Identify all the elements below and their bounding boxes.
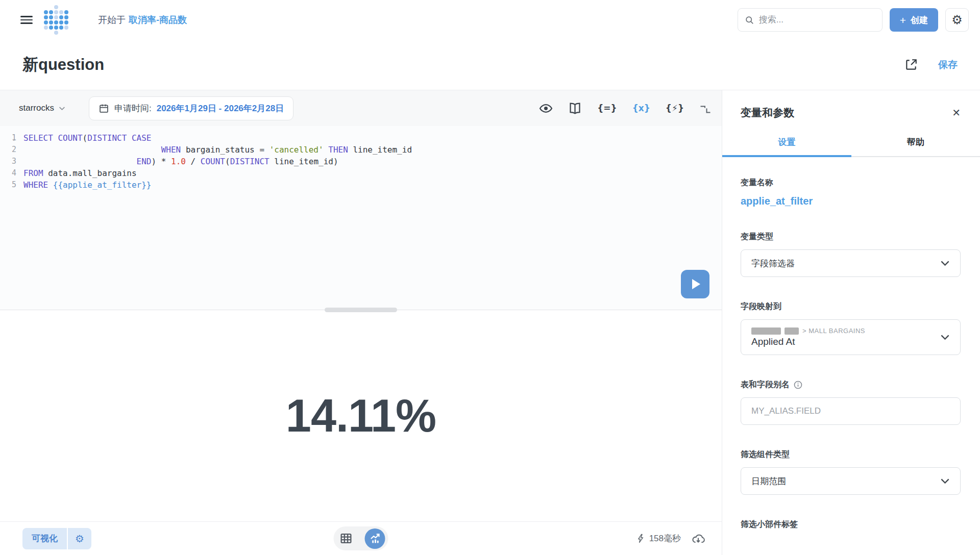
field-mapping-content: > MALL BARGAINS Applied At [751,327,865,347]
widget-type-value: 日期范围 [751,475,786,487]
editor-gutter: 1⌄2345 [0,132,17,310]
title-actions: 保存 [904,58,958,71]
line-number: 1⌄ [0,132,16,144]
cloud-download-icon [691,532,705,545]
alias-input[interactable] [741,397,961,425]
database-name: starrocks [19,103,54,113]
tab-help[interactable]: 帮助 [851,136,980,156]
widget-label-label: 筛选小部件标签 [741,519,961,530]
header-right: + 创建 ⚙ [738,8,969,32]
preview-query-icon[interactable] [539,102,553,115]
variable-type-section: 变量类型 字段筛选器 [741,232,961,277]
search-icon [745,15,754,25]
format-query-icon[interactable] [699,102,712,114]
visualization-settings-button[interactable]: ⚙ [68,528,91,549]
database-selector[interactable]: starrocks [19,103,65,113]
parameters-icon[interactable]: {⚡} [666,103,684,113]
data-reference-icon[interactable] [568,102,582,115]
alias-section: 表和字段别名 [741,380,961,425]
snippets-icon[interactable]: {=} [597,103,617,113]
create-button[interactable]: + 创建 [890,8,938,32]
download-button[interactable] [691,532,705,545]
save-button[interactable]: 保存 [938,58,958,71]
run-meta: 158毫秒 [636,532,705,545]
widget-type-label: 筛选组件类型 [741,449,961,460]
lightning-icon [636,533,646,544]
hamburger-menu-icon[interactable] [20,16,33,24]
calendar-icon [99,103,109,114]
chevron-down-icon [940,478,950,484]
sidebar-tabs: 设置 帮助 [722,136,980,157]
run-query-button[interactable] [681,270,709,298]
tab-settings[interactable]: 设置 [722,136,851,156]
date-filter-value: 2026年1月29日 - 2026年2月28日 [157,103,284,114]
sql-code[interactable]: SELECT COUNT(DISTINCT CASE WHEN bargain_… [17,132,722,310]
sidebar-body: 变量名称 applie_at_filter 变量类型 字段筛选器 字段映射到 [722,157,980,530]
variable-type-select[interactable]: 字段筛选器 [741,249,961,277]
gear-icon: ⚙ [951,13,963,27]
line-number: 4 [0,167,16,179]
display-toggle [334,526,388,550]
chart-icon [369,533,381,544]
chevron-down-icon [59,106,65,111]
field-mapping-section: 字段映射到 > MALL BARGAINS Applied At [741,301,961,355]
variables-sidebar: 变量和参数 ✕ 设置 帮助 变量名称 applie_at_filter 变量类型… [722,90,980,555]
variable-type-value: 字段筛选器 [751,258,795,269]
title-row: 新question 保存 [0,40,980,90]
search-box[interactable] [738,8,883,32]
chevron-down-icon [940,260,950,266]
app: 开始于取消率-商品数 + 创建 ⚙ 新question 保存 [0,0,980,555]
fold-icon[interactable]: ⌄ [12,133,16,144]
code-line: SELECT COUNT(DISTINCT CASE [23,132,722,144]
field-mapping-select[interactable]: > MALL BARGAINS Applied At [741,319,961,355]
code-line: FROM data.mall_bargains [23,167,722,179]
sidebar-title: 变量和参数 [741,106,794,120]
share-icon[interactable] [904,58,918,71]
play-icon [692,279,700,289]
content: starrocks 申请时间: 2026年1月29日 - 2026年2月28日 … [0,90,980,555]
line-number: 3 [0,156,16,167]
top-header: 开始于取消率-商品数 + 创建 ⚙ [0,0,980,40]
resize-handle[interactable] [325,308,397,312]
close-icon[interactable]: ✕ [952,108,961,118]
search-input[interactable] [759,15,875,25]
page-title[interactable]: 新question [22,54,104,75]
results-panel: 14.11% [0,310,722,521]
breadcrumb: 开始于取消率-商品数 [98,14,187,26]
query-toolbar: starrocks 申请时间: 2026年1月29日 - 2026年2月28日 … [0,90,722,126]
visualize-group: 可视化 ⚙ [22,528,91,549]
line-number: 5 [0,179,16,191]
info-icon[interactable] [794,381,802,389]
plus-icon: + [900,15,906,26]
metabase-logo[interactable] [44,5,68,35]
field-mapping-label: 字段映射到 [741,301,961,312]
visualize-button[interactable]: 可视化 [22,528,67,549]
gear-icon: ⚙ [75,533,84,545]
date-filter-label: 申请时间: [114,103,152,114]
sidebar-header: 变量和参数 ✕ [722,90,980,120]
code-line: WHERE {{applie_at_filter}} [23,179,722,191]
code-line: END) * 1.0 / COUNT(DISTINCT line_item_id… [23,156,722,167]
alias-label: 表和字段别名 [741,380,961,390]
field-mapping-path-row: > MALL BARGAINS [751,327,865,335]
bottom-bar: 可视化 ⚙ 158毫秒 [0,521,722,555]
create-button-label: 创建 [911,14,928,26]
breadcrumb-link[interactable]: 取消率-商品数 [129,15,187,25]
scalar-value: 14.11% [286,390,436,442]
variables-icon[interactable]: {x} [632,103,650,113]
variable-name-section: 变量名称 applie_at_filter [741,178,961,207]
chevron-down-icon [940,334,950,340]
widget-type-section: 筛选组件类型 日期范围 [741,449,961,495]
settings-gear-button[interactable]: ⚙ [945,8,969,32]
date-filter[interactable]: 申请时间: 2026年1月29日 - 2026年2月28日 [89,96,293,120]
variable-name-value[interactable]: applie_at_filter [741,195,961,207]
breadcrumb-prefix: 开始于 [98,15,126,25]
duration-text: 158毫秒 [649,533,681,544]
table-view-button[interactable] [337,528,355,549]
redacted-block [785,327,799,335]
widget-type-select[interactable]: 日期范围 [741,467,961,495]
sql-editor[interactable]: 1⌄2345 SELECT COUNT(DISTINCT CASE WHEN b… [0,126,722,310]
variable-type-label: 变量类型 [741,232,961,242]
redacted-block [751,327,781,335]
chart-view-button[interactable] [365,528,385,549]
